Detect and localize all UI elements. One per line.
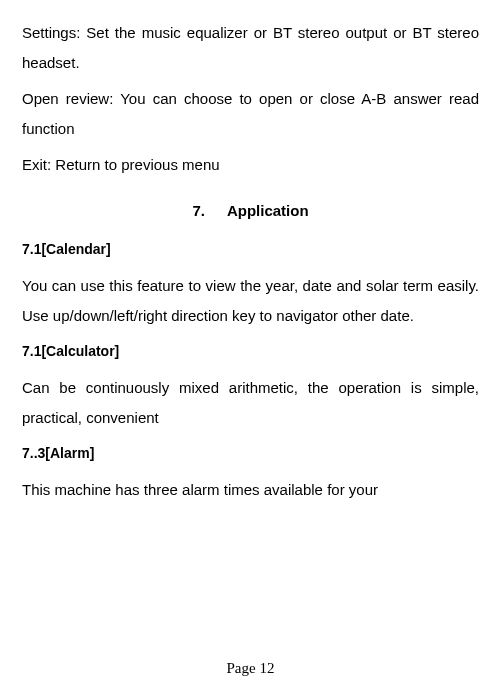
section-title: Application	[227, 202, 309, 219]
subheading-calculator: 7.1[Calculator]	[22, 343, 479, 359]
alarm-body: This machine has three alarm times avail…	[22, 475, 479, 505]
open-review-paragraph: Open review: You can choose to open or c…	[22, 84, 479, 144]
section-heading-application: 7.Application	[22, 202, 479, 219]
subheading-calendar: 7.1[Calendar]	[22, 241, 479, 257]
calculator-body: Can be continuously mixed arithmetic, th…	[22, 373, 479, 433]
page-footer: Page 12	[0, 660, 501, 677]
subheading-alarm: 7..3[Alarm]	[22, 445, 479, 461]
calendar-body: You can use this feature to view the yea…	[22, 271, 479, 331]
settings-paragraph: Settings: Set the music equalizer or BT …	[22, 18, 479, 78]
exit-paragraph: Exit: Return to previous menu	[22, 150, 479, 180]
section-number: 7.	[192, 202, 205, 219]
